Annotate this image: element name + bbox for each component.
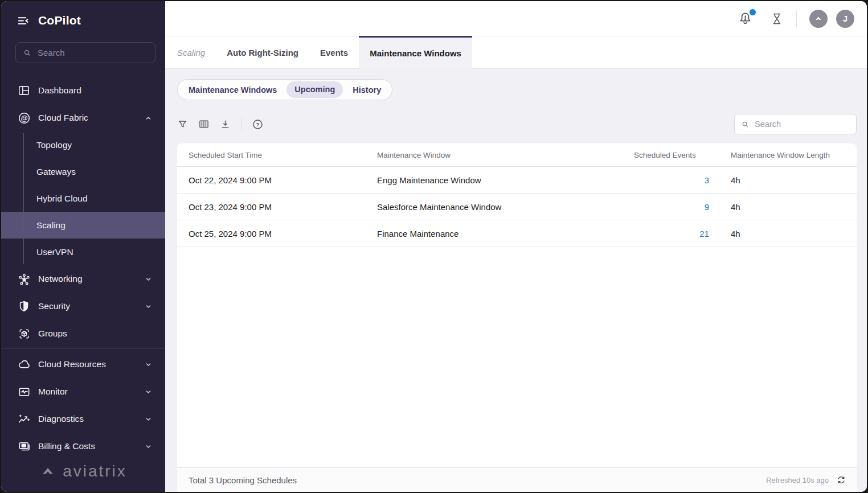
diagnostics-icon — [17, 412, 31, 426]
sidebar-item-label: Cloud Resources — [38, 359, 106, 369]
refresh-icon[interactable] — [836, 475, 846, 485]
table-search[interactable] — [734, 114, 857, 134]
sidebar-item-dashboard[interactable]: Dashboard — [1, 77, 165, 104]
chevron-down-icon[interactable] — [144, 415, 153, 424]
chevron-down-icon[interactable] — [144, 388, 153, 396]
table-row[interactable]: Oct 25, 2024 9:00 PM Finance Maintenance… — [177, 220, 857, 247]
dashboard-icon — [17, 84, 31, 97]
sidebar-header: CoPilot — [17, 14, 81, 27]
filter-icon[interactable] — [177, 119, 188, 130]
maintenance-table-card: Scheduled Start Time Maintenance Window … — [177, 143, 857, 492]
download-icon[interactable] — [220, 119, 231, 130]
sidebar-item-groups[interactable]: Groups — [1, 320, 165, 347]
aviatrix-logo: aviatrix — [1, 458, 165, 485]
table-toolbar: ? — [177, 114, 264, 134]
cell-window-length: 4h — [721, 175, 857, 185]
chevron-up-icon[interactable] — [144, 114, 153, 122]
notifications-button[interactable] — [738, 11, 753, 26]
help-icon[interactable]: ? — [252, 118, 264, 130]
chevron-down-icon[interactable] — [144, 360, 153, 369]
sidebar-item-scaling[interactable]: Scaling — [1, 212, 165, 239]
collapse-sidebar-icon[interactable] — [17, 14, 30, 27]
total-count-label: Total 3 Upcoming Schedules — [189, 475, 297, 485]
cell-scheduled-events-link[interactable]: 3 — [626, 175, 721, 185]
user-initial: J — [843, 14, 847, 23]
tab-auto-right-sizing[interactable]: Auto Right-Sizing — [227, 36, 298, 68]
cell-window-name: Engg Maintenance Window — [367, 175, 626, 185]
cell-start-time: Oct 25, 2024 9:00 PM — [177, 229, 367, 239]
table-row[interactable]: Oct 23, 2024 9:00 PM Salesforce Maintena… — [177, 194, 857, 220]
sidebar-divider — [1, 348, 165, 349]
sidebar-item-uservpn[interactable]: UserVPN — [1, 239, 165, 265]
controller-avatar-button[interactable] — [809, 10, 828, 28]
cell-window-name: Finance Maintenance — [367, 229, 626, 239]
sidebar-menu: Dashboard @ Cloud Fabric Topology Gatewa… — [1, 77, 165, 460]
chevron-down-icon[interactable] — [144, 275, 153, 284]
column-header-scheduled-events[interactable]: Scheduled Events — [626, 151, 721, 159]
sidebar-item-gateways[interactable]: Gateways — [1, 158, 165, 185]
tab-maintenance-windows[interactable]: Maintenance Windows — [359, 36, 472, 69]
main-area: J Scaling Auto Right-Sizing Events Maint… — [165, 1, 867, 492]
sidebar-item-cloud-fabric[interactable]: @ Cloud Fabric — [1, 104, 165, 132]
cell-window-length: 4h — [721, 229, 857, 239]
cell-scheduled-events-link[interactable]: 9 — [626, 202, 721, 212]
billing-icon — [17, 439, 31, 453]
chevron-down-icon[interactable] — [144, 442, 153, 451]
refreshed-ago-label: Refreshed 10s ago — [766, 476, 829, 484]
sidebar-item-diagnostics[interactable]: Diagnostics — [1, 405, 165, 433]
sidebar-item-label: Diagnostics — [38, 414, 84, 424]
sidebar-search[interactable] — [15, 42, 155, 63]
table-search-input[interactable] — [755, 120, 861, 129]
chevron-down-icon[interactable] — [144, 302, 153, 311]
sidebar-item-label: Scaling — [36, 220, 65, 231]
top-header-icons: J — [738, 1, 854, 36]
column-header-scheduled-start-time[interactable]: Scheduled Start Time — [177, 151, 367, 159]
aviatrix-mark-icon — [813, 13, 824, 24]
table-row[interactable]: Oct 22, 2024 9:00 PM Engg Maintenance Wi… — [177, 167, 857, 194]
search-icon — [741, 120, 750, 129]
table-header-row: Scheduled Start Time Maintenance Window … — [177, 143, 857, 167]
table-footer: Total 3 Upcoming Schedules Refreshed 10s… — [177, 467, 857, 492]
brand-name: aviatrix — [63, 462, 127, 480]
column-header-maintenance-window[interactable]: Maintenance Window — [367, 151, 626, 159]
sidebar-item-label: Topology — [36, 140, 72, 150]
search-icon — [23, 48, 32, 57]
sidebar-item-monitor[interactable]: Monitor — [1, 378, 165, 405]
subtab-maintenance-windows[interactable]: Maintenance Windows — [180, 85, 285, 95]
tab-events[interactable]: Events — [320, 36, 348, 68]
monitor-icon — [17, 385, 31, 398]
hourglass-button[interactable] — [770, 12, 784, 26]
cell-scheduled-events-link[interactable]: 21 — [626, 229, 721, 239]
sidebar-item-billing-costs[interactable]: Billing & Costs — [1, 433, 165, 460]
sidebar-item-hybrid-cloud[interactable]: Hybrid Cloud — [1, 185, 165, 212]
subtab-history[interactable]: History — [344, 85, 390, 95]
sidebar-item-label: Hybrid Cloud — [36, 194, 88, 204]
cloud-fabric-icon: @ — [17, 111, 31, 125]
sidebar-item-label: Gateways — [36, 167, 76, 177]
cell-start-time: Oct 23, 2024 9:00 PM — [177, 202, 367, 212]
toolbar-divider — [241, 117, 241, 131]
tab-context-scaling: Scaling — [177, 36, 205, 68]
subtab-upcoming[interactable]: Upcoming — [286, 81, 343, 98]
sidebar-item-label: UserVPN — [36, 247, 73, 257]
column-header-maintenance-window-length[interactable]: Maintenance Window Length — [721, 151, 857, 159]
sidebar-item-topology[interactable]: Topology — [1, 132, 165, 158]
user-avatar-button[interactable]: J — [836, 10, 854, 28]
subtab-group: Maintenance Windows Upcoming History — [177, 79, 392, 100]
sidebar-item-label: Groups — [38, 328, 67, 339]
sidebar-item-label: Security — [38, 301, 70, 311]
refresh-status: Refreshed 10s ago — [766, 475, 846, 485]
app-window: CoPilot Dashboard @ Cloud Fabric — [1, 1, 867, 492]
hourglass-icon — [770, 12, 784, 26]
columns-icon[interactable] — [198, 118, 210, 130]
sidebar-item-security[interactable]: Security — [1, 293, 165, 320]
sidebar-item-cloud-resources[interactable]: Cloud Resources — [1, 351, 165, 378]
shield-icon — [17, 299, 31, 313]
svg-text:@: @ — [21, 114, 27, 122]
sidebar-item-networking[interactable]: Networking — [1, 265, 165, 293]
sidebar-search-input[interactable] — [38, 48, 151, 57]
app-title: CoPilot — [38, 14, 81, 27]
header-divider — [796, 10, 797, 27]
sidebar: CoPilot Dashboard @ Cloud Fabric — [1, 1, 165, 492]
sidebar-item-label: Billing & Costs — [38, 441, 95, 451]
